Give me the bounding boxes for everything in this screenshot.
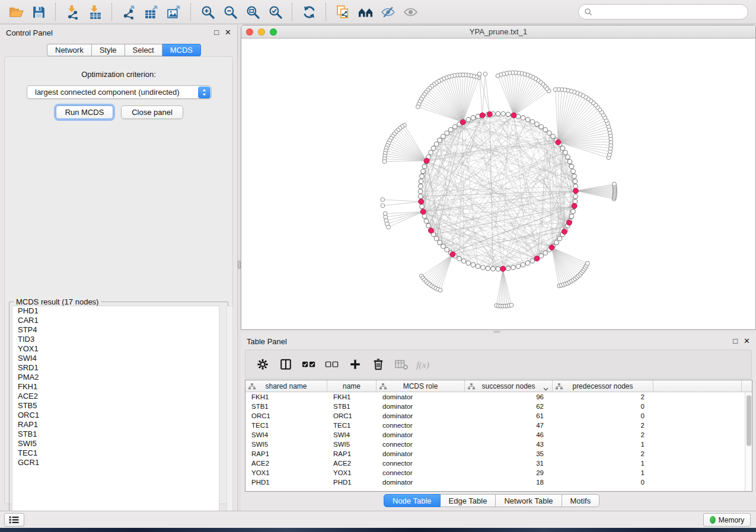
network-node[interactable] bbox=[483, 72, 487, 76]
network-node[interactable] bbox=[547, 131, 552, 136]
network-node[interactable] bbox=[553, 88, 557, 92]
network-node[interactable] bbox=[466, 117, 471, 122]
network-node[interactable] bbox=[539, 124, 544, 129]
table-row[interactable]: PHD1PHD1dominator180 bbox=[245, 477, 752, 487]
dominator-node[interactable] bbox=[424, 158, 429, 164]
network-node[interactable] bbox=[521, 116, 525, 120]
network-node[interactable] bbox=[571, 169, 576, 174]
dominator-node[interactable] bbox=[566, 220, 572, 225]
network-node[interactable] bbox=[573, 184, 578, 189]
network-node[interactable] bbox=[438, 241, 442, 245]
mcds-result-item[interactable]: PMA2 bbox=[12, 373, 219, 382]
network-node[interactable] bbox=[429, 150, 433, 155]
network-node[interactable] bbox=[554, 241, 559, 245]
network-node[interactable] bbox=[496, 74, 500, 78]
mcds-result-item[interactable]: TEC1 bbox=[12, 448, 219, 458]
table-row[interactable]: RAP1RAP1dominator352 bbox=[245, 449, 752, 459]
first-neighbors-button[interactable] bbox=[355, 2, 375, 22]
close-panel-icon[interactable]: ✕ bbox=[225, 28, 231, 37]
network-node[interactable] bbox=[573, 199, 578, 204]
dominator-node[interactable] bbox=[429, 228, 434, 233]
network-node[interactable] bbox=[530, 259, 535, 264]
dominator-node[interactable] bbox=[500, 266, 506, 271]
mcds-result-item[interactable]: STP4 bbox=[12, 325, 219, 335]
table-row[interactable]: FKH1FKH1dominator962 bbox=[245, 392, 752, 402]
network-node[interactable] bbox=[557, 236, 562, 241]
export-image-button[interactable] bbox=[164, 2, 184, 22]
network-node[interactable] bbox=[422, 164, 427, 169]
network-node[interactable] bbox=[387, 225, 391, 229]
table-row[interactable]: ACE2ACE2connector311 bbox=[245, 459, 752, 468]
network-node[interactable] bbox=[445, 248, 449, 252]
network-node[interactable] bbox=[419, 179, 423, 184]
network-node[interactable] bbox=[420, 174, 425, 179]
table-scrollbar[interactable] bbox=[745, 392, 752, 492]
tab-node-table[interactable]: Node Table bbox=[384, 494, 441, 507]
optimization-criterion-select[interactable]: largest connected component (undirected) bbox=[27, 85, 212, 99]
network-node[interactable] bbox=[525, 261, 530, 265]
dominator-node[interactable] bbox=[534, 256, 540, 261]
network-node[interactable] bbox=[434, 236, 439, 241]
network-node[interactable] bbox=[567, 159, 572, 164]
close-panel-icon[interactable]: ✕ bbox=[744, 337, 750, 345]
import-network-button[interactable] bbox=[62, 2, 82, 22]
mcds-result-item[interactable]: ACE2 bbox=[12, 392, 219, 401]
column-header-empty[interactable] bbox=[653, 380, 742, 392]
network-node[interactable] bbox=[441, 134, 446, 139]
delete-column-button[interactable] bbox=[369, 355, 387, 373]
mcds-result-item[interactable]: FKH1 bbox=[12, 382, 219, 392]
dominator-node[interactable] bbox=[556, 140, 561, 145]
table-row[interactable]: TEC1TEC1connector472 bbox=[245, 421, 752, 430]
network-node[interactable] bbox=[530, 120, 535, 124]
network-node[interactable] bbox=[521, 262, 525, 267]
search-input[interactable] bbox=[596, 6, 748, 18]
network-node[interactable] bbox=[551, 134, 556, 139]
dominator-node[interactable] bbox=[420, 209, 426, 214]
network-node[interactable] bbox=[441, 244, 446, 249]
network-node[interactable] bbox=[422, 214, 427, 219]
dominator-node[interactable] bbox=[549, 245, 554, 250]
network-node[interactable] bbox=[452, 124, 457, 129]
network-node[interactable] bbox=[506, 112, 511, 117]
network-node[interactable] bbox=[461, 259, 466, 264]
tab-mcds[interactable]: MCDS bbox=[162, 44, 201, 56]
mcds-result-item[interactable]: YOX1 bbox=[12, 344, 219, 354]
dominator-node[interactable] bbox=[511, 113, 516, 118]
mcds-result-item[interactable]: SWI4 bbox=[12, 354, 219, 363]
column-header-shared-name[interactable]: shared name bbox=[245, 380, 327, 392]
table-row[interactable]: STB1STB1dominator620 bbox=[245, 402, 752, 411]
network-node[interactable] bbox=[471, 116, 476, 120]
close-panel-button[interactable]: Close panel bbox=[121, 105, 183, 119]
network-node[interactable] bbox=[566, 155, 570, 159]
network-node[interactable] bbox=[438, 138, 442, 143]
network-node[interactable] bbox=[572, 174, 577, 179]
table-options-button[interactable] bbox=[254, 355, 272, 373]
export-network-button[interactable] bbox=[119, 2, 139, 22]
network-node[interactable] bbox=[560, 146, 565, 150]
open-file-button[interactable] bbox=[6, 2, 26, 22]
tab-network[interactable]: Network bbox=[47, 44, 92, 56]
mcds-result-item[interactable]: SRD1 bbox=[12, 363, 219, 373]
network-node[interactable] bbox=[506, 266, 511, 271]
dominator-node[interactable] bbox=[450, 252, 455, 257]
network-node[interactable] bbox=[525, 117, 530, 122]
mcds-result-item[interactable]: ORC1 bbox=[12, 411, 219, 420]
hide-selected-button[interactable] bbox=[378, 2, 398, 22]
network-node[interactable] bbox=[466, 261, 471, 265]
network-node[interactable] bbox=[426, 223, 431, 228]
network-node[interactable] bbox=[543, 251, 548, 255]
network-node[interactable] bbox=[382, 159, 387, 164]
dominator-node[interactable] bbox=[487, 111, 492, 117]
network-node[interactable] bbox=[434, 142, 439, 146]
network-node[interactable] bbox=[516, 264, 521, 269]
network-node[interactable] bbox=[509, 303, 513, 307]
network-node[interactable] bbox=[511, 265, 516, 270]
network-graph[interactable] bbox=[241, 39, 755, 329]
network-node[interactable] bbox=[481, 265, 486, 270]
export-table-button[interactable] bbox=[141, 2, 161, 22]
network-node[interactable] bbox=[613, 182, 617, 186]
table-row[interactable]: SWI4SWI4dominator462 bbox=[245, 430, 752, 440]
network-node[interactable] bbox=[416, 105, 420, 109]
zoom-selected-button[interactable] bbox=[265, 2, 285, 22]
task-history-button[interactable] bbox=[4, 513, 24, 527]
